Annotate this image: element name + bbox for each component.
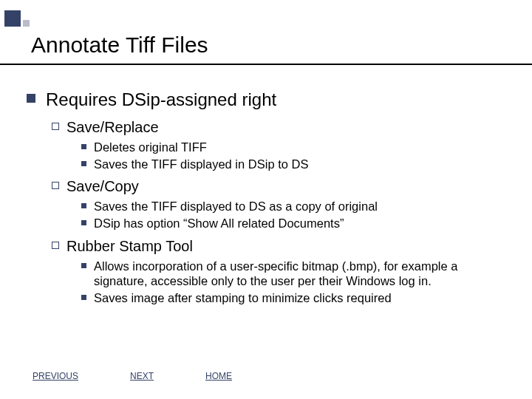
nav-links: PREVIOUS NEXT HOME: [33, 371, 232, 381]
decoration-small-square: [23, 20, 30, 27]
list-item: Saves the TIFF displayed in DSip to DS: [81, 157, 510, 172]
list-item: Saves image after stamping to minimize c…: [81, 290, 510, 306]
next-link[interactable]: NEXT: [130, 371, 154, 381]
list-item: Save/Replace: [52, 118, 510, 137]
list-item: Save/Copy: [52, 177, 510, 196]
slide-decoration: [4, 10, 30, 27]
square-bullet-icon: [81, 161, 86, 166]
slide-content: Requires DSip-assigned right Save/Replac…: [27, 89, 510, 311]
list-item-text: Deletes original TIFF: [94, 140, 207, 155]
list-item-text: Requires DSip-assigned right: [46, 89, 276, 111]
slide-title: Annotate Tiff Files: [31, 33, 208, 58]
hollow-square-bullet-icon: [52, 242, 59, 249]
previous-link[interactable]: PREVIOUS: [33, 371, 78, 381]
list-item: DSip has option “Show All related Docume…: [81, 216, 510, 231]
hollow-square-bullet-icon: [52, 182, 59, 189]
list-item-text: Saves the TIFF displayed to DS as a copy…: [94, 199, 378, 214]
list-item-text: Save/Copy: [66, 177, 139, 196]
home-link[interactable]: HOME: [205, 371, 232, 381]
hollow-square-bullet-icon: [52, 123, 59, 130]
list-item: Saves the TIFF displayed to DS as a copy…: [81, 199, 510, 214]
square-bullet-icon: [81, 295, 86, 300]
list-item: Deletes original TIFF: [81, 140, 510, 155]
list-item-text: Allows incorporation of a user-specific …: [94, 259, 510, 289]
list-item-text: Saves image after stamping to minimize c…: [94, 290, 392, 306]
list-item-text: Rubber Stamp Tool: [66, 237, 193, 256]
list-item-text: Saves the TIFF displayed in DSip to DS: [94, 157, 308, 172]
list-item: Requires DSip-assigned right: [27, 89, 510, 111]
square-bullet-icon: [81, 203, 86, 208]
list-item-text: Save/Replace: [66, 118, 159, 137]
square-bullet-icon: [27, 94, 35, 103]
title-underline: [0, 64, 532, 65]
square-bullet-icon: [81, 263, 86, 268]
square-bullet-icon: [81, 220, 86, 225]
square-bullet-icon: [81, 144, 86, 149]
list-item-text: DSip has option “Show All related Docume…: [94, 216, 344, 231]
decoration-big-square: [4, 10, 21, 27]
list-item: Allows incorporation of a user-specific …: [81, 259, 510, 289]
list-item: Rubber Stamp Tool: [52, 237, 510, 256]
